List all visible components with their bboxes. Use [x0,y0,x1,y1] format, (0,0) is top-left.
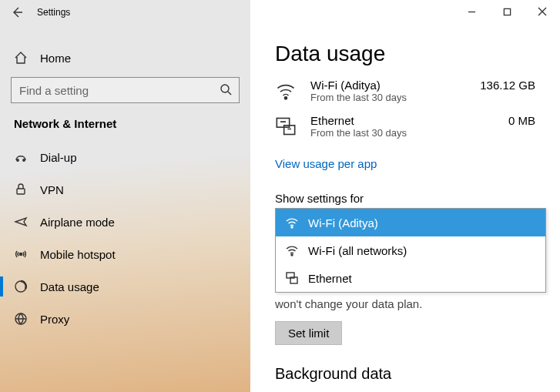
wifi-icon [285,216,299,230]
titlebar: Settings [0,0,250,25]
usage-name: Ethernet [310,114,495,127]
sidebar-item-label: Dial-up [40,151,77,164]
window-title: Settings [37,7,70,18]
dropdown-option-wifi-aditya[interactable]: Wi-Fi (Aditya) [276,209,545,236]
ethernet-icon [275,116,297,137]
usage-name: Wi-Fi (Aditya) [310,79,466,92]
usage-value: 0 MB [508,114,535,127]
minimize-icon [468,8,476,16]
dropdown-option-wifi-all[interactable]: Wi-Fi (all networks) [276,236,545,264]
svg-point-11 [291,226,293,228]
ethernet-icon [285,271,299,285]
network-dropdown[interactable]: Wi-Fi (Aditya) Wi-Fi (all networks) Ethe… [275,208,546,293]
sidebar-item-label: Airplane mode [40,216,115,229]
search-icon [220,83,232,95]
wifi-icon [275,80,297,102]
svg-rect-3 [17,189,25,194]
home-icon [14,51,28,65]
wifi-icon [285,243,299,257]
data-usage-icon [14,280,28,293]
back-button[interactable] [11,6,23,18]
sidebar-item-label: Proxy [40,313,69,326]
home-label: Home [40,52,71,65]
svg-point-0 [221,85,229,92]
search-input[interactable] [11,77,240,103]
content-pane: Data usage Wi-Fi (Aditya) From the last … [250,0,560,392]
set-limit-button[interactable]: Set limit [275,321,342,345]
sidebar-item-airplane[interactable]: Airplane mode [0,206,250,238]
usage-value: 136.12 GB [480,79,535,92]
sidebar-item-label: Mobile hotspot [40,248,116,261]
page-title: Data usage [275,42,535,66]
vpn-icon [14,183,28,196]
proxy-icon [14,312,28,326]
sidebar: Settings Home Network & Internet Dial-up… [0,0,250,392]
show-settings-label: Show settings for [275,192,535,205]
window-controls [454,0,560,23]
nav-list: Dial-up VPN Airplane mode Mobile hotspot… [0,141,250,335]
dropdown-option-label: Ethernet [308,272,352,285]
plan-hint: won't change your data plan. [275,297,535,310]
hotspot-icon [14,247,28,261]
svg-point-8 [284,97,287,99]
svg-point-12 [291,254,293,256]
dropdown-option-ethernet[interactable]: Ethernet [276,264,545,292]
sidebar-item-proxy[interactable]: Proxy [0,303,250,335]
arrow-left-icon [11,6,23,18]
usage-sub: From the last 30 days [310,127,495,139]
close-button[interactable] [525,0,560,23]
sidebar-item-dialup[interactable]: Dial-up [0,141,250,173]
svg-point-1 [17,159,18,161]
sidebar-item-label: Data usage [40,280,99,293]
usage-row-wifi: Wi-Fi (Aditya) From the last 30 days 136… [275,79,535,103]
sidebar-item-hotspot[interactable]: Mobile hotspot [0,238,250,270]
sidebar-item-home[interactable]: Home [0,43,250,72]
maximize-icon [503,8,511,16]
section-title-background-data: Background data [275,365,535,383]
usage-sub: From the last 30 days [310,92,466,103]
category-title: Network & Internet [0,114,250,141]
svg-point-2 [23,159,25,161]
search-container [11,77,240,103]
dropdown-option-label: Wi-Fi (Aditya) [308,216,378,230]
close-icon [538,7,547,16]
svg-rect-7 [504,8,510,15]
dialup-icon [14,150,28,164]
dropdown-option-label: Wi-Fi (all networks) [308,244,407,257]
svg-point-4 [19,253,22,255]
sidebar-item-label: VPN [40,183,64,196]
view-usage-link[interactable]: View usage per app [275,157,377,170]
maximize-button[interactable] [489,0,525,23]
sidebar-item-data-usage[interactable]: Data usage [0,270,250,303]
minimize-button[interactable] [454,0,489,23]
sidebar-item-vpn[interactable]: VPN [0,173,250,206]
airplane-icon [14,215,28,229]
usage-row-ethernet: Ethernet From the last 30 days 0 MB [275,114,535,139]
